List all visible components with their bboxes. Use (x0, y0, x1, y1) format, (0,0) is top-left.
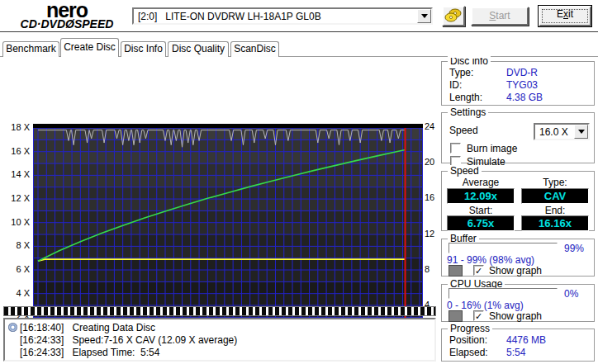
progress-group: Progress Position: 4476 MB Elapsed: 5:54 (441, 329, 595, 362)
cpu-percent: 0% (564, 288, 578, 300)
speed-select-value: 16.0 X (539, 125, 568, 139)
discs-icon (444, 7, 463, 23)
speed-setting-label: Speed (449, 125, 478, 136)
log-entry: [16:18:40] Creating Data Disc (8, 321, 431, 333)
test-progress-bar (3, 306, 436, 316)
left-axis-tick: 12 X (2, 193, 30, 203)
disc-length-label: Length: (449, 92, 482, 103)
buffer-percent: 99% (564, 243, 584, 254)
log-entry: [16:24:33] Speed:7-16 X CAV (12.09 X ave… (8, 333, 431, 346)
tab-disc-info[interactable]: Disc Info (121, 41, 166, 57)
left-axis-tick: 14 X (2, 169, 30, 179)
exit-button[interactable]: Exit (539, 6, 591, 26)
nero-logo: nero CD·DVDØSPEED (5, 1, 129, 30)
drive-select-value: [2:0] LITE-ON DVDRW LH-18A1P GL0B (138, 10, 321, 23)
disc-icon (8, 323, 17, 332)
disc-options-button[interactable] (442, 6, 465, 26)
buffer-trace-color-swatch (448, 265, 463, 277)
cpu-trace-color-swatch (448, 310, 463, 322)
buffer-group: Buffer 99% 91 - 99% (98% avg) ✓ Show gra… (441, 239, 595, 277)
speed-select-dropdown[interactable]: 16.0 X (534, 123, 590, 140)
type-label: Type: (521, 177, 589, 188)
cpu-show-graph-label: Show graph (489, 310, 542, 322)
focus-rectangle (542, 9, 588, 23)
tab-benchmark[interactable]: Benchmark (2, 41, 59, 57)
burn-image-checkbox[interactable] (450, 143, 461, 154)
buffer-level-meter (448, 243, 558, 253)
chevron-down-icon[interactable] (417, 9, 431, 23)
disc-type-value: DVD-R (506, 67, 538, 78)
left-axis-tick: 8 X (2, 240, 30, 250)
log-message: Elapsed Time: 5:54 (72, 347, 159, 358)
status-log-box[interactable]: [16:18:40] Creating Data Disc[16:24:33] … (3, 318, 436, 362)
tab-scandisc[interactable]: ScanDisc (230, 41, 279, 57)
log-entry: [16:24:33] Elapsed Time: 5:54 (8, 346, 431, 358)
nero-cd-dvd-speed-window: nero CD·DVDØSPEED [2:0] LITE-ON DVDRW LH… (0, 0, 598, 364)
right-axis-tick: 20 (425, 157, 434, 167)
log-timestamp: [16:24:33] (20, 334, 72, 346)
settings-legend: Settings (448, 106, 488, 118)
tab-create-disc[interactable]: Create Disc (60, 38, 119, 57)
right-axis-tick: 16 (425, 192, 434, 202)
chevron-down-icon[interactable] (574, 125, 588, 139)
disc-info-group: Disc info Type: DVD-R ID: TYG03 Length: … (441, 61, 595, 106)
left-axis-tick: 10 X (2, 217, 30, 227)
speed-type-display: CAV (521, 188, 589, 204)
start-speed-display: 6.75x (447, 215, 515, 231)
speed-group: Speed Average Type: 12.09x CAV Start: En… (441, 171, 595, 231)
left-axis-tick: 18 X (2, 122, 30, 132)
right-axis-tick: 24 (425, 121, 434, 131)
elapsed-value: 5:54 (506, 347, 525, 358)
end-speed-label: End: (521, 205, 589, 216)
cpu-usage-meter (448, 288, 558, 299)
log-message: Speed:7-16 X CAV (12.09 X average) (72, 334, 237, 346)
tab-disc-quality[interactable]: Disc Quality (168, 41, 229, 57)
left-axis-tick: 6 X (2, 264, 30, 274)
progress-legend: Progress (448, 323, 492, 334)
log-message: Creating Data Disc (72, 322, 155, 333)
log-timestamp: [16:24:33] (20, 347, 72, 358)
disc-id-label: ID: (449, 79, 462, 91)
average-speed-display: 12.09x (447, 188, 515, 204)
drive-select-dropdown[interactable]: [2:0] LITE-ON DVDRW LH-18A1P GL0B (132, 7, 433, 25)
disc-id-value: TYG03 (506, 79, 538, 91)
buffer-range: 91 - 99% (98% avg) (447, 254, 534, 266)
average-label: Average (447, 177, 515, 188)
position-value: 4476 MB (506, 334, 546, 346)
start-speed-label: Start: (447, 205, 515, 216)
end-speed-display: 16.16x (521, 215, 589, 231)
left-axis-tick: 16 X (2, 146, 30, 156)
cpu-range: 0 - 16% (1% avg) (447, 300, 524, 311)
buffer-show-graph-checkbox[interactable]: ✓ (473, 265, 484, 276)
logo-nero-text: nero (5, 1, 129, 19)
right-axis-tick: 8 (425, 264, 430, 274)
disc-type-label: Type: (449, 67, 473, 78)
log-timestamp: [16:18:40] (20, 322, 72, 333)
settings-group: Settings Speed 16.0 X Burn image Simulat… (441, 112, 595, 163)
elapsed-label: Elapsed: (449, 347, 488, 358)
buffer-show-graph-label: Show graph (489, 265, 542, 277)
cpu-show-graph-checkbox[interactable]: ✓ (473, 310, 484, 321)
header-separator (0, 31, 598, 33)
logo-cddvdspeed-text: CD·DVDØSPEED (5, 19, 129, 30)
speed-legend: Speed (448, 165, 482, 177)
left-axis-tick: 4 X (2, 288, 30, 298)
right-axis-tick: 12 (425, 229, 434, 239)
disc-length-value: 4.38 GB (506, 92, 543, 103)
position-label: Position: (449, 334, 487, 346)
burn-image-label: Burn image (467, 143, 517, 154)
header-bar: nero CD·DVDØSPEED [2:0] LITE-ON DVDRW LH… (0, 0, 598, 31)
cpu-usage-group: CPU Usage 0% 0 - 16% (1% avg) ✓ Show gra… (441, 284, 595, 322)
write-speed-chart: 2 X4 X6 X8 X10 X12 X14 X16 X18 X48121620… (0, 58, 438, 305)
start-button[interactable]: Start (471, 7, 529, 26)
